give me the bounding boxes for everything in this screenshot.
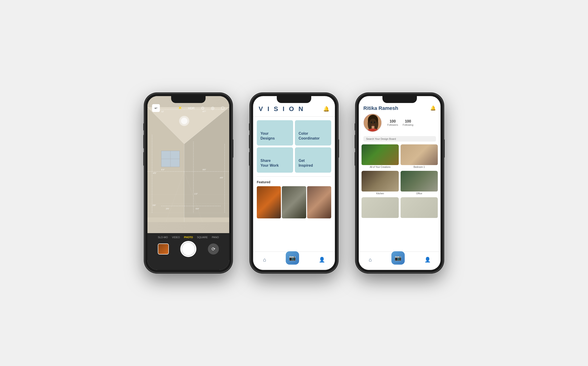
- back-icon: ↩: [154, 106, 157, 110]
- bottom-navigation: ⌂ 📷 👤: [359, 252, 441, 270]
- design-label-extra1: [361, 218, 399, 219]
- design-board-search[interactable]: Search Your Design Board: [363, 136, 436, 142]
- svg-text:4'5": 4'5": [153, 172, 156, 174]
- home-icon: ⌂: [369, 257, 372, 263]
- featured-image-3[interactable]: [307, 186, 331, 218]
- silent-button[interactable]: [355, 123, 356, 130]
- phone-profile: Ritika Ramesh 🔔: [356, 93, 443, 273]
- volume-up-button[interactable]: [355, 135, 356, 149]
- design-label-extra2: [401, 218, 438, 219]
- following-label: Following: [403, 123, 413, 126]
- camera-controls: ⟳: [147, 239, 229, 259]
- svg-text:1'2": 1'2": [194, 193, 198, 195]
- volume-up-button[interactable]: [249, 135, 250, 149]
- camera-screen: 4'5" 8'7" 12' 9'0" 6'4" 4'8" 2'5" 6'4" 3…: [147, 96, 229, 270]
- design-card-kitchen[interactable]: Kitchen: [361, 171, 399, 195]
- design-label-kitchen: Kitchen: [361, 191, 399, 195]
- followers-stat: 100 Followers: [387, 119, 398, 126]
- profile-name-text: Ritika Ramesh: [363, 105, 398, 111]
- get-inspired-card[interactable]: Get Inspired: [295, 147, 331, 173]
- last-photo-thumbnail[interactable]: [158, 244, 169, 254]
- share-your-work-label: Share Your Work: [260, 158, 279, 168]
- nav-camera[interactable]: 📷: [286, 255, 299, 265]
- featured-image-1[interactable]: [257, 186, 281, 218]
- design-card-all-creations[interactable]: All of Your Creations: [361, 144, 399, 169]
- camera-modes: SLO-MO VIDEO PHOTO SQUARE PANO: [158, 233, 219, 239]
- camera-nav-button[interactable]: 📷: [391, 251, 405, 265]
- volume-down-button[interactable]: [249, 152, 250, 166]
- featured-section: Featured: [253, 176, 335, 222]
- extra-icon[interactable]: ⬡: [221, 106, 225, 111]
- mode-photo[interactable]: PHOTO: [184, 236, 193, 239]
- svg-point-42: [371, 122, 372, 123]
- power-button[interactable]: [338, 139, 339, 158]
- design-image-extra1: [361, 197, 399, 218]
- flip-camera-button[interactable]: ⟳: [208, 244, 219, 254]
- followers-count: 100: [390, 119, 396, 123]
- bottom-navigation: ⌂ 📷 👤: [253, 252, 335, 270]
- featured-label: Featured: [257, 180, 331, 184]
- nav-home[interactable]: ⌂: [369, 257, 372, 263]
- profile-name: Ritika Ramesh: [363, 105, 398, 111]
- volume-down-button[interactable]: [143, 152, 145, 166]
- nav-profile[interactable]: 👤: [425, 257, 431, 263]
- design-card-extra1[interactable]: [361, 197, 399, 219]
- design-image-all-creations: [361, 144, 399, 165]
- profile-screen: Ritika Ramesh 🔔: [359, 96, 441, 270]
- svg-text:4'8": 4'8": [220, 176, 223, 179]
- hdr-label[interactable]: HDR: [188, 107, 195, 110]
- nav-profile[interactable]: 👤: [319, 257, 325, 263]
- nav-home[interactable]: ⌂: [263, 257, 266, 263]
- design-board-grid: All of Your Creations Bedroom 1 Kitchen …: [359, 144, 441, 219]
- phone-camera: 4'5" 8'7" 12' 9'0" 6'4" 4'8" 2'5" 6'4" 3…: [145, 93, 232, 273]
- share-your-work-card[interactable]: Share Your Work: [257, 147, 293, 173]
- camera-nav-button[interactable]: 📷: [286, 251, 299, 265]
- get-inspired-label: Get Inspired: [299, 158, 313, 168]
- silent-button[interactable]: [143, 123, 145, 130]
- notch: [382, 96, 417, 103]
- profile-icon: 👤: [319, 257, 325, 263]
- mode-video[interactable]: VIDEO: [172, 236, 180, 239]
- color-coordinator-card[interactable]: Color Coordinator: [295, 120, 331, 145]
- design-image-office: [401, 171, 438, 191]
- flip-icon: ⟳: [212, 246, 215, 252]
- camera-viewfinder: 4'5" 8'7" 12' 9'0" 6'4" 4'8" 2'5" 6'4" 3…: [147, 96, 229, 233]
- design-image-extra2: [401, 197, 438, 218]
- back-button[interactable]: ↩: [152, 104, 160, 112]
- notch: [277, 96, 311, 103]
- silent-button[interactable]: [249, 123, 250, 130]
- svg-text:9'0": 9'0": [203, 168, 206, 171]
- following-stat: 100 Following: [403, 119, 413, 126]
- followers-label: Followers: [387, 123, 398, 126]
- design-label-bedroom: Bedroom 1: [401, 165, 438, 169]
- live-icon[interactable]: ◎: [211, 106, 214, 111]
- mode-slomo[interactable]: SLO-MO: [158, 236, 168, 239]
- design-card-extra2[interactable]: [401, 197, 438, 219]
- featured-image-2[interactable]: [282, 186, 306, 218]
- nav-camera[interactable]: 📷: [391, 255, 405, 265]
- camera-bottom-bar: SLO-MO VIDEO PHOTO SQUARE PANO ⟳: [147, 233, 229, 270]
- flash-icon[interactable]: ✕: [178, 106, 182, 111]
- notch: [171, 96, 206, 103]
- notification-bell-icon[interactable]: 🔔: [430, 105, 436, 111]
- power-button[interactable]: [232, 139, 233, 158]
- mode-pano[interactable]: PANO: [212, 236, 219, 239]
- timer-icon[interactable]: ⊙: [201, 106, 205, 111]
- volume-down-button[interactable]: [355, 152, 356, 166]
- notification-bell-icon[interactable]: 🔔: [323, 106, 329, 112]
- design-image-kitchen: [361, 171, 399, 191]
- design-label-all-creations: All of Your Creations: [361, 165, 399, 169]
- color-coordinator-label: Color Coordinator: [299, 131, 320, 141]
- design-card-office[interactable]: Office: [401, 171, 438, 195]
- volume-up-button[interactable]: [143, 135, 145, 149]
- profile-avatar-row: 100 Followers 100 Following: [359, 114, 441, 135]
- design-card-bedroom[interactable]: Bedroom 1: [401, 144, 438, 169]
- svg-text:2'5": 2'5": [166, 208, 169, 210]
- featured-images-row: [257, 186, 331, 218]
- svg-text:6'4": 6'4": [196, 208, 199, 210]
- power-button[interactable]: [443, 139, 445, 158]
- shutter-button[interactable]: [180, 241, 196, 257]
- your-designs-card[interactable]: Your Designs: [257, 120, 293, 145]
- mode-square[interactable]: SQUARE: [197, 236, 208, 239]
- design-label-office: Office: [401, 191, 438, 195]
